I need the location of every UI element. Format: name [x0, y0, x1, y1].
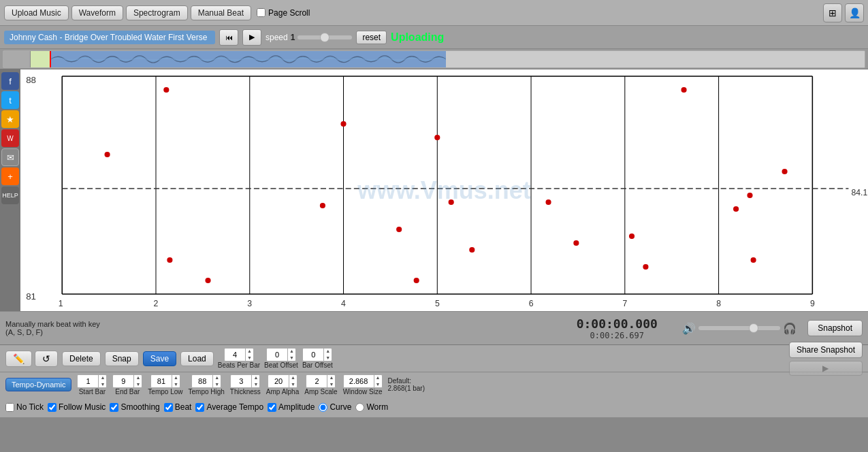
beat-offset-down[interactable]: ▼ — [288, 355, 295, 361]
thickness-up[interactable]: ▲ — [252, 374, 259, 381]
play-button[interactable]: ▶ — [242, 29, 261, 46]
worm-item: Worm — [355, 402, 388, 412]
tempo-high-input[interactable]: 88 ▲ ▼ — [191, 374, 221, 388]
tempo-dynamic-button[interactable]: Tempo-Dynamic — [5, 378, 71, 391]
help-icon[interactable]: HELP — [1, 187, 19, 204]
window-size-input[interactable]: 2.868 ▲ ▼ — [343, 374, 383, 388]
beats-per-bar-down[interactable]: ▼ — [246, 355, 253, 361]
curve-radio[interactable] — [319, 403, 327, 412]
save-button[interactable]: Save — [143, 351, 176, 366]
tempo-low-down[interactable]: ▼ — [172, 381, 180, 388]
spectrogram-button[interactable]: Spectrogram — [126, 5, 188, 20]
home-icon[interactable]: ⊞ — [823, 3, 842, 22]
svg-point-37 — [643, 264, 648, 270]
amp-alpha-input[interactable]: 20 ▲ ▼ — [268, 374, 298, 388]
end-bar-down[interactable]: ▼ — [134, 381, 142, 388]
tempo-high-up[interactable]: ▲ — [213, 374, 221, 381]
twitter-icon[interactable]: t — [1, 91, 19, 109]
volume-slider[interactable] — [698, 326, 780, 330]
mail-icon[interactable]: ✉ — [1, 148, 19, 166]
window-size-arrows[interactable]: ▲ ▼ — [374, 374, 382, 388]
user-icon[interactable]: 👤 — [845, 3, 864, 22]
beats-per-bar-up[interactable]: ▲ — [246, 348, 253, 355]
beat-offset-arrows[interactable]: ▲ ▼ — [287, 348, 295, 361]
waveform-bar — [0, 49, 868, 69]
average-tempo-checkbox[interactable] — [195, 403, 204, 412]
beats-per-bar-arrows[interactable]: ▲ ▼ — [245, 348, 253, 361]
thickness-label: Thickness — [230, 388, 261, 396]
reset-button[interactable]: reset — [356, 31, 387, 44]
thickness-down[interactable]: ▼ — [252, 381, 259, 388]
volume-area: 🔊 🎧 — [671, 322, 807, 335]
facebook-icon[interactable]: f — [1, 72, 19, 90]
page-scroll-checkbox[interactable] — [257, 8, 266, 17]
amp-alpha-arrows[interactable]: ▲ ▼ — [289, 374, 297, 388]
chart-svg: 88 84.1 81 1 2 3 4 5 6 — [20, 69, 868, 311]
main-area: f t ★ W ✉ + HELP www.Vmus.net 88 84.1 81 — [0, 69, 868, 311]
status-text-area: Manually mark beat with key (A, S, D, F) — [5, 320, 562, 336]
end-bar-arrows[interactable]: ▲ ▼ — [133, 374, 142, 388]
no-tick-checkbox[interactable] — [5, 403, 14, 412]
start-bar-down[interactable]: ▼ — [99, 381, 106, 388]
end-bar-input[interactable]: 9 ▲ ▼ — [112, 374, 142, 388]
waveform-scroll[interactable] — [3, 50, 865, 68]
move-beat-button[interactable]: ↺ — [35, 351, 58, 367]
amp-alpha-up[interactable]: ▲ — [289, 374, 297, 381]
beat-offset-input[interactable]: 0 ▲ ▼ — [266, 348, 296, 361]
tempo-high-down[interactable]: ▼ — [213, 381, 221, 388]
bar-offset-input[interactable]: 0 ▲ ▼ — [302, 348, 332, 361]
tempo-low-arrows[interactable]: ▲ ▼ — [172, 374, 180, 388]
tempo-low-group: 81 ▲ ▼ Tempo Low — [148, 374, 182, 396]
bar-offset-arrows[interactable]: ▲ ▼ — [323, 348, 332, 361]
worm-radio[interactable] — [355, 403, 364, 412]
end-bar-group: 9 ▲ ▼ End Bar — [112, 374, 142, 396]
bar-offset-up[interactable]: ▲ — [324, 348, 332, 355]
instruction-line2: (A, S, D, F) — [5, 328, 562, 336]
follow-music-checkbox[interactable] — [48, 403, 57, 412]
end-bar-up[interactable]: ▲ — [134, 374, 142, 381]
rewind-button[interactable]: ⏮ — [219, 29, 238, 46]
amp-scale-down[interactable]: ▼ — [327, 381, 335, 388]
thickness-arrows[interactable]: ▲ ▼ — [251, 374, 259, 388]
snapshot-button[interactable]: Snapshot — [807, 320, 863, 336]
amplitude-checkbox[interactable] — [268, 403, 276, 412]
star-icon[interactable]: ★ — [1, 110, 19, 128]
tempo-low-up[interactable]: ▲ — [172, 374, 180, 381]
svg-point-40 — [751, 257, 756, 263]
beat-offset-up[interactable]: ▲ — [288, 348, 295, 355]
start-bar-arrows[interactable]: ▲ ▼ — [98, 374, 106, 388]
beat-checkbox[interactable] — [164, 403, 173, 412]
delete-button[interactable]: Delete — [62, 351, 101, 366]
plus-icon[interactable]: + — [1, 167, 19, 185]
start-bar-input[interactable]: 1 ▲ ▼ — [77, 374, 107, 388]
weibo-icon[interactable]: W — [1, 129, 19, 147]
window-size-up[interactable]: ▲ — [374, 374, 382, 381]
share-snapshot-button[interactable]: Share Snapshot — [789, 342, 863, 358]
window-size-down[interactable]: ▼ — [374, 381, 382, 388]
no-tick-label: No Tick — [16, 402, 44, 412]
start-bar-up[interactable]: ▲ — [99, 374, 106, 381]
tempo-low-input[interactable]: 81 ▲ ▼ — [150, 374, 180, 388]
waveform-button[interactable]: Waveform — [71, 5, 123, 20]
window-size-group: 2.868 ▲ ▼ Window Size — [343, 374, 383, 396]
bar-offset-down[interactable]: ▼ — [324, 355, 332, 361]
amp-scale-arrows[interactable]: ▲ ▼ — [327, 374, 335, 388]
beats-per-bar-input[interactable]: 4 ▲ ▼ — [224, 348, 254, 361]
upload-music-button[interactable]: Upload Music — [4, 5, 69, 20]
manual-beat-button[interactable]: Manual Beat — [191, 5, 251, 20]
erase-beat-button[interactable]: ✏️ — [5, 351, 32, 367]
smoothing-checkbox[interactable] — [110, 403, 118, 412]
tempo-high-arrows[interactable]: ▲ ▼ — [212, 374, 221, 388]
amp-scale-up[interactable]: ▲ — [327, 374, 335, 381]
waveform-thumb — [3, 51, 31, 67]
window-size-label: Window Size — [343, 388, 383, 396]
amp-scale-input[interactable]: 2 ▲ ▼ — [306, 374, 336, 388]
follow-music-item: Follow Music — [48, 402, 106, 412]
snap-button[interactable]: Snap — [105, 351, 139, 366]
amp-alpha-down[interactable]: ▼ — [289, 381, 297, 388]
load-button[interactable]: Load — [180, 351, 214, 366]
extra-button[interactable]: ▶ — [789, 361, 863, 376]
thickness-input[interactable]: 3 ▲ ▼ — [230, 374, 260, 388]
speed-slider[interactable] — [298, 35, 352, 39]
svg-text:88: 88 — [26, 75, 36, 85]
